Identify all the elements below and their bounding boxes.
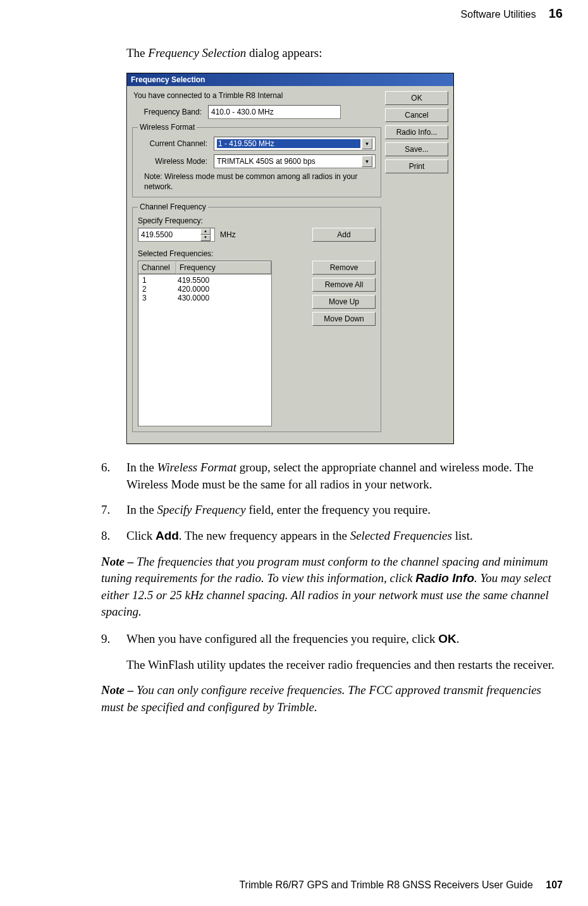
page-header: Software Utilities 16 — [38, 6, 563, 21]
footer-title: Trimble R6/R7 GPS and Trimble R8 GNSS Re… — [239, 879, 532, 890]
freq-band-label: Frequency Band: — [132, 108, 205, 116]
specify-frequency-input[interactable] — [138, 228, 200, 241]
chevron-down-icon: ▼ — [362, 156, 372, 167]
freq-band-value: 410.0 - 430.0 MHz — [208, 105, 341, 119]
chevron-down-icon: ▼ — [362, 138, 372, 149]
unit-label: MHz — [220, 230, 236, 239]
wireless-format-legend: Wireless Format — [138, 123, 197, 132]
specify-frequency-label: Specify Frequency: — [138, 216, 376, 225]
current-channel-dropdown[interactable]: 1 - 419.550 MHz ▼ — [214, 137, 376, 151]
remove-all-button[interactable]: Remove All — [312, 278, 376, 292]
selected-frequencies-table[interactable]: Channel Frequency 1 419.5500 — [138, 261, 272, 426]
frequency-selection-dialog: Frequency Selection You have connected t… — [126, 73, 454, 444]
connected-label: You have connected to a Trimble R8 Inter… — [133, 91, 381, 100]
ok-button[interactable]: OK — [385, 91, 448, 105]
cancel-button[interactable]: Cancel — [385, 108, 448, 122]
spinner-down-icon[interactable]: ▼ — [200, 235, 211, 241]
channel-frequency-group: Channel Frequency Specify Frequency: ▲ ▼… — [132, 202, 381, 432]
table-row[interactable]: 1 419.5500 — [138, 276, 271, 285]
table-row[interactable]: 2 420.0000 — [138, 285, 271, 294]
move-down-button[interactable]: Move Down — [312, 312, 376, 326]
step-7: 7. In the Specify Frequency field, enter… — [101, 502, 563, 519]
intro-line: The Frequency Selection dialog appears: — [126, 46, 563, 60]
step-9: 9. When you have configured all the freq… — [101, 631, 563, 648]
col-channel[interactable]: Channel — [138, 261, 176, 274]
col-frequency[interactable]: Frequency — [176, 261, 271, 274]
spinner-up-icon[interactable]: ▲ — [200, 228, 211, 235]
page-footer: Trimble R6/R7 GPS and Trimble R8 GNSS Re… — [239, 879, 563, 891]
step-6: 6. In the Wireless Format group, select … — [101, 459, 563, 493]
specify-frequency-spinner[interactable]: ▲ ▼ — [138, 228, 215, 242]
table-row[interactable]: 3 430.0000 — [138, 294, 271, 302]
header-section: Software Utilities — [461, 9, 536, 20]
header-chapter: 16 — [549, 6, 563, 21]
move-up-button[interactable]: Move Up — [312, 295, 376, 309]
save-button[interactable]: Save... — [385, 142, 448, 156]
wireless-note: Note: Wireless mode must be common among… — [144, 172, 376, 192]
step-8: 8. Click Add. The new frequency appears … — [101, 528, 563, 545]
footer-page: 107 — [546, 879, 563, 890]
wireless-format-group: Wireless Format Current Channel: 1 - 419… — [132, 123, 381, 197]
current-channel-label: Current Channel: — [138, 139, 211, 148]
wireless-mode-label: Wireless Mode: — [138, 157, 211, 166]
add-button[interactable]: Add — [312, 228, 376, 242]
dialog-titlebar: Frequency Selection — [127, 73, 453, 86]
note-2: Note – You can only configure receive fr… — [101, 682, 563, 716]
wireless-mode-dropdown[interactable]: TRIMTALK 450S at 9600 bps ▼ — [214, 154, 376, 168]
channel-frequency-legend: Channel Frequency — [138, 202, 208, 211]
selected-frequencies-label: Selected Frequencies: — [138, 249, 376, 258]
print-button[interactable]: Print — [385, 159, 448, 173]
radio-info-button[interactable]: Radio Info... — [385, 125, 448, 139]
remove-button[interactable]: Remove — [312, 261, 376, 275]
note-1: Note – The frequencies that you program … — [101, 554, 563, 621]
step-9-sub: The WinFlash utility updates the receive… — [126, 657, 563, 674]
